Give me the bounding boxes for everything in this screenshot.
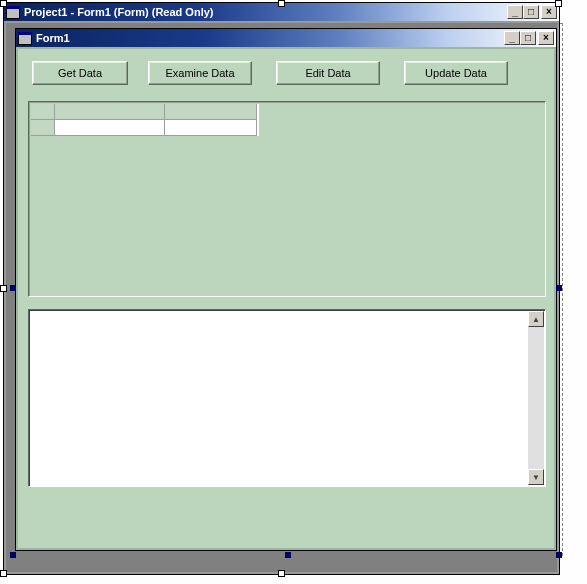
- selection-handle-s[interactable]: [285, 552, 291, 558]
- outer-handle-ne[interactable]: [555, 0, 562, 7]
- outer-handle-w[interactable]: [0, 285, 7, 292]
- selection-handle-sw[interactable]: [10, 552, 16, 558]
- outer-handle-n[interactable]: [278, 0, 285, 7]
- outer-handle-s[interactable]: [278, 570, 285, 577]
- form-title: Form1: [36, 32, 70, 44]
- form-client-area: Get Data Examine Data Edit Data Update D…: [18, 49, 554, 548]
- grid-row-header[interactable]: [31, 120, 55, 136]
- minimize-button[interactable]: _: [507, 5, 523, 19]
- form-titlebar[interactable]: Form1 _ □ ×: [16, 29, 556, 47]
- grid-header-row: [31, 104, 259, 120]
- selection-handle-e[interactable]: [556, 285, 562, 291]
- maximize-button[interactable]: □: [523, 5, 539, 19]
- form-close-button[interactable]: ×: [538, 31, 554, 45]
- get-data-button[interactable]: Get Data: [32, 61, 128, 85]
- examine-data-button[interactable]: Examine Data: [148, 61, 252, 85]
- form-icon: [6, 6, 20, 19]
- grid-cell[interactable]: [55, 120, 165, 136]
- selection-handle-w[interactable]: [10, 285, 16, 291]
- form-minimize-button[interactable]: _: [504, 31, 520, 45]
- designer-title: Project1 - Form1 (Form) (Read Only): [24, 6, 213, 18]
- grid-header-cell[interactable]: [55, 104, 165, 120]
- scroll-down-button[interactable]: ▼: [528, 469, 544, 485]
- selection-handle-se[interactable]: [556, 552, 562, 558]
- grid-cell[interactable]: [165, 120, 257, 136]
- form-icon: [18, 32, 32, 45]
- outer-handle-nw[interactable]: [0, 0, 7, 7]
- form-maximize-button[interactable]: □: [520, 31, 536, 45]
- grid-header-cell[interactable]: [165, 104, 257, 120]
- scroll-up-button[interactable]: ▲: [528, 311, 544, 327]
- close-button[interactable]: ×: [541, 5, 557, 19]
- grid-corner-cell: [31, 104, 55, 120]
- data-grid[interactable]: [28, 101, 546, 297]
- vertical-scrollbar[interactable]: ▲ ▼: [528, 311, 544, 485]
- grid-row[interactable]: [31, 120, 259, 136]
- edit-data-button[interactable]: Edit Data: [276, 61, 380, 85]
- form-window[interactable]: Form1 _ □ × Get Data Examine Data Edit D…: [15, 28, 557, 551]
- outer-handle-sw[interactable]: [0, 570, 7, 577]
- update-data-button[interactable]: Update Data: [404, 61, 508, 85]
- output-textbox[interactable]: ▲ ▼: [28, 309, 546, 487]
